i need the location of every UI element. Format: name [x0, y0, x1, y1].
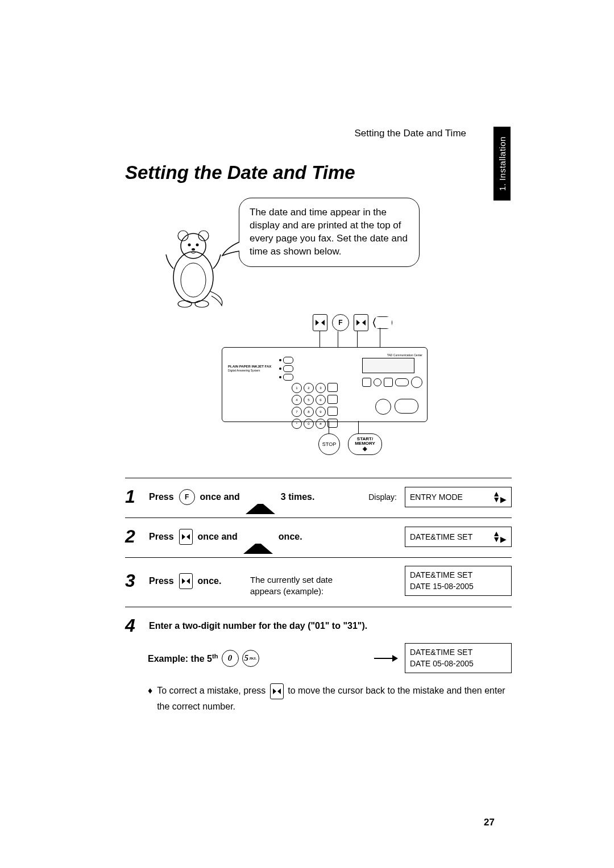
lcd-text: DATE&TIME SET	[410, 532, 472, 541]
step-note: The currently set date appears (example)…	[250, 574, 347, 596]
svg-point-1	[181, 263, 206, 297]
step-text: 3 times.	[281, 492, 315, 502]
stop-button-icon: STOP	[318, 433, 340, 455]
svg-point-8	[178, 301, 192, 307]
svg-point-6	[196, 244, 199, 247]
svg-point-5	[188, 244, 191, 247]
step-text: Press	[149, 576, 174, 586]
correction-note: ♦ To correct a mistake, press to move th…	[148, 683, 512, 714]
start-memory-button-icon: START/ MEMORY ◈	[348, 433, 382, 455]
step-3: 3 Press once. DATE&TIME SET DATE 15-08-2…	[125, 557, 512, 607]
fax-model-sublabel: Digital Answering System	[228, 369, 271, 372]
lcd-line1: DATE&TIME SET	[410, 570, 507, 581]
speech-tail	[221, 241, 240, 258]
right-arrow-key-icon	[179, 573, 193, 589]
svg-point-2	[181, 233, 206, 258]
step-text: Press	[149, 532, 174, 542]
lcd-line2: DATE 15-08-2005	[410, 581, 507, 592]
left-arrow-key-icon	[313, 314, 327, 331]
lcd-display: DATE&TIME SET DATE 15-08-2005	[405, 566, 512, 596]
right-arrow-key-icon	[354, 314, 368, 331]
step-text: once and	[198, 532, 238, 542]
lcd-line2: DATE 05-08-2005	[410, 658, 507, 670]
lcd-display: DATE&TIME SET ▲▼▶	[405, 527, 512, 547]
updown-arrows-icon: ▲▼▶	[492, 531, 507, 542]
running-header: Setting the Date and Time	[354, 128, 466, 139]
device-diagram: F PLAIN PAPER INKJET FAX Digital Answeri…	[210, 314, 512, 468]
keypad-0-icon: 0	[222, 650, 239, 667]
display-label: Display:	[368, 493, 397, 502]
speech-bubble: The date and time appear in the display …	[239, 198, 420, 267]
step-4: 4 Enter a two-digit number for the day (…	[125, 607, 512, 724]
step-text: Press	[149, 492, 174, 502]
step-text: once and	[200, 492, 240, 502]
page-title: Setting the Date and Time	[125, 162, 512, 183]
left-arrow-key-icon	[270, 683, 284, 699]
svg-point-9	[195, 301, 209, 307]
step-number: 4	[125, 615, 146, 636]
step-text: once.	[198, 576, 222, 586]
fax-model-label: PLAIN PAPER INKJET FAX	[228, 365, 271, 369]
svg-point-7	[192, 248, 195, 251]
menu-triangle-key-icon	[246, 492, 275, 502]
menu-key-icon	[373, 316, 392, 329]
step-text: once.	[279, 532, 302, 542]
note-pre: To correct a mistake, press	[157, 686, 265, 696]
updown-arrows-icon: ▲▼▶	[492, 491, 507, 503]
lcd-text: ENTRY MODE	[410, 493, 463, 502]
step-number: 2	[125, 526, 146, 547]
lcd-line1: DATE&TIME SET	[410, 647, 507, 658]
side-tab: 1. Installation	[493, 127, 511, 201]
step-instruction: Enter a two-digit number for the day ("0…	[149, 621, 367, 631]
f-key-icon: F	[332, 314, 349, 331]
arrow-right-icon	[374, 658, 397, 659]
step-1: 1 Press F once and 3 times. Display: ENT…	[125, 478, 512, 518]
step-number: 3	[125, 570, 146, 591]
lcd-display: ENTRY MODE ▲▼▶	[405, 487, 512, 507]
lcd-display: DATE&TIME SET DATE 05-08-2005	[405, 643, 512, 673]
fax-machine-illustration: PLAIN PAPER INKJET FAX Digital Answering…	[222, 347, 428, 422]
right-arrow-key-icon	[179, 529, 193, 545]
speech-text: The date and time appear in the display …	[250, 207, 408, 257]
keypad-5-icon: 5JKL	[242, 650, 259, 667]
step-number: 1	[125, 486, 146, 507]
menu-triangle-key-icon	[243, 532, 273, 542]
example-label: Example: the 5th	[148, 653, 218, 664]
f-key-icon: F	[179, 489, 195, 505]
mascot-illustration	[159, 223, 227, 308]
step-2: 2 Press once and once. DATE&TIME SET ▲▼▶	[125, 518, 512, 557]
page-number: 27	[484, 817, 495, 828]
